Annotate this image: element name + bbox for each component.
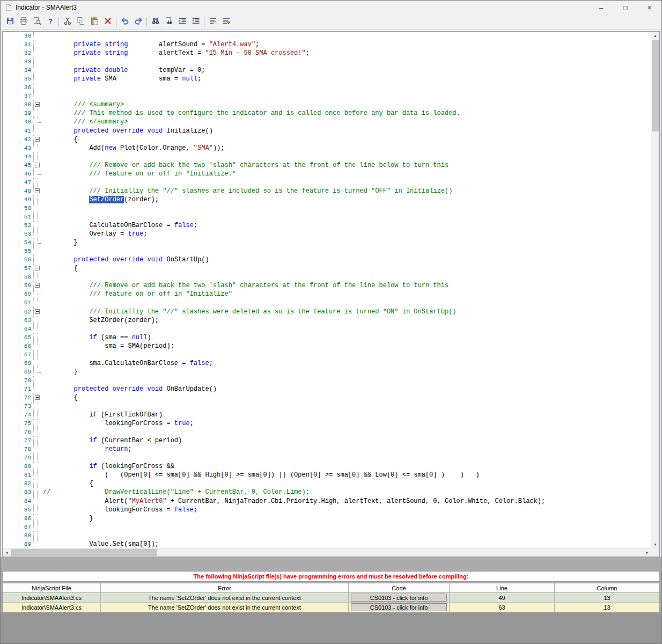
maximize-button[interactable]: □ [613,1,637,14]
fold-margin [34,83,43,92]
line-number: 38 [19,100,34,109]
editor-zone: 3031 private string alertSound = "Alert4… [1,30,661,557]
titlebar[interactable]: Indicator - SMAAlert3 – □ × [1,1,661,14]
code-token: new [105,144,116,152]
code-area[interactable]: 3031 private string alertSound = "Alert4… [3,32,651,548]
minimize-button[interactable]: – [589,1,613,14]
fold-toggle-icon[interactable] [35,102,40,107]
line-number: 65 [19,333,34,342]
error-code-button[interactable]: CS0103 - click for info [351,594,447,602]
uncomment-button[interactable] [219,16,233,28]
line-number: 50 [19,204,34,213]
code-token: OnBarUpdate() [163,385,217,393]
code-token [43,308,89,316]
error-file-cell: Indicator\SMAAlert3.cs [3,603,101,612]
error-row[interactable]: Indicator\SMAAlert3.csThe name 'SetZOrde… [3,603,659,612]
scroll-right-button[interactable]: ► [643,548,651,557]
scrollbar-corner [651,548,659,557]
code-text: /// Initialliy the "//" slashes were del… [43,308,651,316]
code-line: 70 [3,376,651,385]
close-button[interactable]: × [637,1,661,14]
error-code-button[interactable]: CS0103 - click for info [351,603,447,611]
horizontal-scrollbar[interactable]: ◄ ► [3,548,651,557]
code-token: (sma == [97,334,132,341]
code-line: 87 [3,523,651,531]
line-number: 34 [19,66,34,75]
error-column-cell: 13 [555,593,659,603]
line-number: 88 [19,531,34,540]
code-token: /// feature on or off in "Initialize." [89,170,236,178]
code-text: private double tempVar = 0; [43,66,651,75]
fold-toggle-icon[interactable] [35,137,40,142]
gutter-margin [3,92,19,100]
code-line: 89 Value.Set(sma[0]); [3,540,651,548]
horizontal-scroll-thumb[interactable] [11,549,157,556]
copy-button[interactable] [74,16,87,28]
code-line: 78 return; [3,445,651,453]
redo-button[interactable] [131,16,145,28]
save-button[interactable] [3,16,17,28]
find-button[interactable] [149,16,162,28]
error-row[interactable]: Indicator\SMAAlert3.csThe name 'SetZOrde… [3,593,659,603]
fold-toggle-icon[interactable] [35,266,40,270]
help-button[interactable]: ? [43,16,57,28]
code-text: lookingForCross = true; [43,419,651,428]
print-button[interactable] [17,16,30,28]
code-text: protected override void Initialize() [43,127,651,135]
fold-toggle-icon[interactable] [35,309,40,314]
cut-button[interactable] [61,16,74,28]
fold-margin [34,436,43,445]
line-number: 62 [19,308,34,316]
vertical-scrollbar[interactable]: ▲ ▼ [651,32,659,548]
bottom-panel [1,613,661,643]
outdent-button[interactable] [189,16,202,28]
code-line: 75 lookingForCross = true; [3,419,651,428]
find-in-files-button[interactable] [162,16,175,28]
code-token: /// Remove or add back the two 'slash" c… [89,162,448,169]
code-line: 63 SetZOrder(zorder); [3,316,651,325]
code-token [43,385,74,393]
code-text: if (sma == null) [43,333,651,342]
fold-toggle-icon[interactable] [35,395,40,400]
column-header-column[interactable]: Column [555,583,659,593]
error-code-cell: CS0103 - click for info [349,603,450,612]
code-token: ; [197,75,201,83]
comment-button[interactable] [206,16,219,28]
gutter-margin [3,419,19,428]
column-header-file[interactable]: NinjaScript File [3,583,101,593]
code-line: 81 ( (Open[0] <= sma[0] && High[0] >= sm… [3,471,651,479]
undo-button[interactable] [118,16,131,28]
gutter-margin [3,213,19,221]
paste-button[interactable] [87,16,101,28]
indent-button[interactable] [175,16,189,28]
code-token: null [132,334,148,341]
fold-margin [34,462,43,471]
gutter-margin [3,325,19,333]
fold-margin [34,479,43,488]
column-header-line[interactable]: Line [450,583,555,593]
scroll-down-button[interactable]: ▼ [651,540,659,548]
line-number: 63 [19,316,34,325]
delete-button[interactable] [101,16,114,28]
print-preview-button[interactable] [30,16,43,28]
scroll-up-button[interactable]: ▲ [651,32,659,40]
scroll-left-button[interactable]: ◄ [3,548,11,557]
column-header-code[interactable]: Code [349,583,450,593]
gutter-margin [3,255,19,264]
gutter-margin [3,83,19,92]
gutter-margin [3,127,19,135]
code-text: { [43,479,651,488]
column-header-error[interactable]: Error [101,583,349,593]
fold-margin [34,308,43,316]
fold-toggle-icon[interactable] [35,163,40,167]
toolbar-separator [146,17,147,27]
fold-toggle-icon[interactable] [35,283,40,288]
line-number: 40 [19,118,34,126]
comment-icon [209,17,217,27]
fold-toggle-icon[interactable] [35,188,40,193]
code-token: + CurrentBar, NinjaTrader.Cbi.Priority.H… [166,497,545,505]
copy-icon [77,17,85,27]
line-number: 43 [19,144,34,152]
gutter-margin [3,411,19,419]
vertical-scroll-thumb[interactable] [652,40,659,131]
